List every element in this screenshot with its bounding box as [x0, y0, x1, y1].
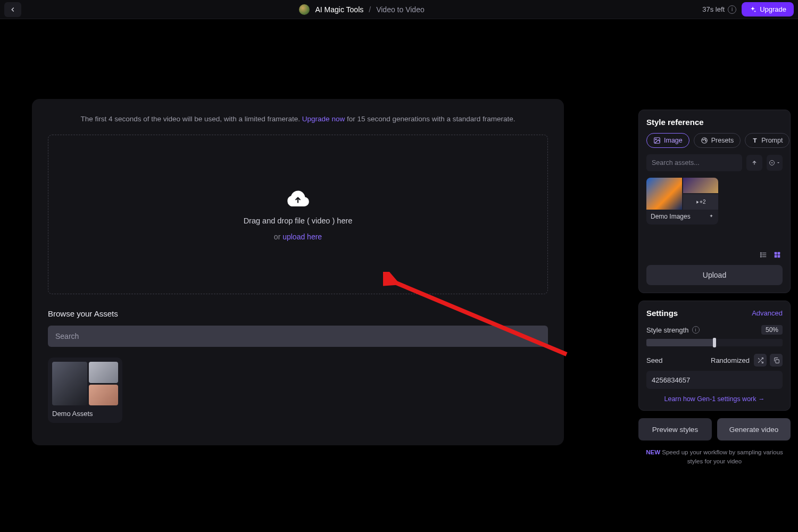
- settings-title: Settings: [646, 309, 678, 318]
- style-reference-tabs: Image Presets Prompt: [646, 133, 783, 148]
- style-reference-panel: Style reference Image Presets Prompt: [638, 110, 791, 293]
- tab-prompt-label: Prompt: [761, 137, 783, 144]
- svg-rect-15: [775, 252, 777, 255]
- dropzone-sub-prefix: or: [274, 232, 282, 241]
- limit-note-suffix: for 15 second generations with a standar…: [345, 115, 515, 123]
- upgrade-button[interactable]: Upgrade: [742, 2, 794, 16]
- breadcrumb-root[interactable]: AI Magic Tools: [315, 5, 363, 14]
- limit-note-prefix: The first 4 seconds of the video will be…: [80, 115, 302, 123]
- browse-assets-title: Browse your Assets: [48, 309, 548, 318]
- tab-image[interactable]: Image: [646, 133, 689, 148]
- credits-text: 37s left: [702, 5, 725, 13]
- svg-point-3: [702, 138, 708, 144]
- back-button[interactable]: [4, 2, 21, 17]
- asset-folder-label: Demo Assets: [52, 410, 118, 418]
- generate-video-button[interactable]: Generate video: [717, 418, 791, 440]
- preview-styles-button[interactable]: Preview styles: [638, 418, 712, 440]
- upgrade-now-link[interactable]: Upgrade now: [302, 115, 345, 123]
- advanced-link[interactable]: Advanced: [752, 309, 783, 317]
- style-strength-label: Style strength: [646, 326, 689, 334]
- arrow-left-icon: [9, 6, 16, 13]
- demo-images-folder[interactable]: +2 Demo Images: [646, 178, 718, 225]
- svg-line-21: [758, 358, 760, 360]
- top-bar: AI Magic Tools / Video to Video 37s left…: [0, 0, 798, 19]
- seed-label: Seed: [646, 356, 662, 364]
- svg-rect-17: [775, 255, 777, 258]
- main-pane: The first 4 seconds of the video will be…: [0, 19, 633, 532]
- randomized-label: Randomized: [711, 356, 750, 364]
- dropzone-text: Drag and drop file ( video ) here: [244, 217, 353, 225]
- svg-point-12: [760, 253, 761, 254]
- video-dropzone[interactable]: Drag and drop file ( video ) here or upl…: [48, 135, 548, 294]
- footnote: NEW Speed up your workflow by sampling v…: [638, 448, 791, 466]
- svg-point-13: [760, 254, 761, 255]
- shuffle-button[interactable]: [754, 354, 767, 367]
- asset-folder-thumbnails: [52, 362, 118, 405]
- svg-rect-18: [778, 255, 780, 258]
- view-toggle: [646, 250, 783, 260]
- sparkle-icon: [749, 6, 757, 13]
- style-strength-value: 50%: [761, 325, 783, 335]
- breadcrumb: AI Magic Tools / Video to Video: [21, 4, 702, 15]
- asset-folder-demo[interactable]: Demo Assets: [48, 358, 122, 423]
- upgrade-label: Upgrade: [760, 5, 786, 13]
- tab-presets[interactable]: Presets: [694, 133, 741, 148]
- upload-here-link[interactable]: upload here: [282, 232, 322, 241]
- limit-note: The first 4 seconds of the video will be…: [48, 115, 548, 123]
- demo-extra-count: +2: [700, 199, 705, 205]
- slider-fill: [646, 339, 714, 346]
- footnote-text: Speed up your workflow by sampling vario…: [660, 449, 783, 464]
- settings-panel: Settings Advanced Style strength i 50% S…: [638, 301, 791, 411]
- cloud-upload-icon: [285, 188, 311, 209]
- credits-remaining: 37s left i: [702, 5, 736, 14]
- info-icon[interactable]: i: [728, 5, 736, 14]
- footnote-new-badge: NEW: [646, 449, 660, 455]
- svg-point-6: [705, 140, 706, 142]
- style-strength-slider[interactable]: [646, 339, 783, 346]
- image-icon: [653, 137, 661, 144]
- demo-images-thumbnails: +2: [646, 178, 718, 210]
- breadcrumb-current: Video to Video: [376, 5, 425, 14]
- learn-settings-link[interactable]: Learn how Gen-1 settings work →: [646, 395, 783, 403]
- palette-icon: [701, 137, 708, 144]
- asset-search-input[interactable]: [48, 326, 548, 347]
- upload-arrow-icon: [751, 160, 758, 166]
- shuffle-icon: [757, 357, 764, 364]
- play-icon: [695, 200, 700, 204]
- svg-point-5: [704, 139, 705, 140]
- svg-rect-16: [778, 252, 780, 255]
- copy-seed-button[interactable]: [770, 354, 783, 367]
- filter-button[interactable]: [767, 155, 783, 171]
- style-reference-title: Style reference: [646, 118, 783, 127]
- copy-icon: [773, 357, 780, 364]
- style-asset-search-input[interactable]: [646, 154, 742, 171]
- demo-images-label: Demo Images: [651, 213, 691, 220]
- upload-button[interactable]: Upload: [646, 265, 783, 285]
- dropzone-subtext: or upload here: [274, 232, 322, 241]
- tab-image-label: Image: [664, 137, 683, 144]
- sparkle-small-icon: [709, 214, 714, 219]
- filter-icon: [769, 160, 775, 166]
- upload-small-button[interactable]: [746, 155, 762, 171]
- side-pane: Style reference Image Presets Prompt: [633, 19, 798, 532]
- list-view-button[interactable]: [758, 250, 769, 260]
- svg-rect-22: [775, 359, 779, 363]
- caret-down-icon: [776, 161, 780, 165]
- grid-view-button[interactable]: [772, 250, 783, 260]
- svg-point-2: [655, 139, 656, 140]
- tab-presets-label: Presets: [711, 137, 734, 144]
- action-row: Preview styles Generate video: [638, 418, 791, 440]
- svg-point-14: [760, 256, 761, 257]
- text-icon: [752, 137, 758, 144]
- seed-input[interactable]: [646, 371, 783, 389]
- svg-point-4: [703, 139, 704, 140]
- breadcrumb-separator: /: [369, 5, 371, 14]
- slider-thumb[interactable]: [713, 338, 716, 347]
- info-icon[interactable]: i: [692, 326, 700, 334]
- main-card: The first 4 seconds of the video will be…: [32, 99, 564, 445]
- avatar: [299, 4, 310, 15]
- tab-prompt[interactable]: Prompt: [745, 133, 789, 148]
